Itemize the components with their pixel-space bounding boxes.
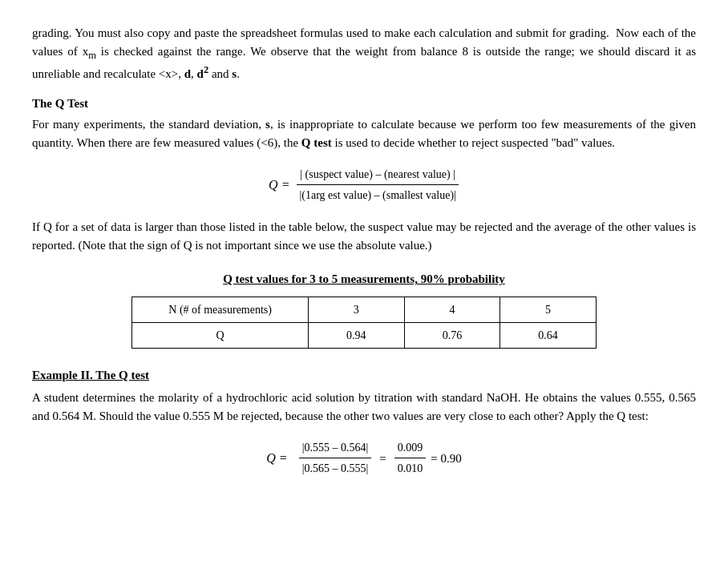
example-formula-container: Q = |0.555 – 0.564| |0.565 – 0.555| = 0.…: [32, 439, 696, 477]
table-header-row: N (# of measurements) 3 4 5: [132, 297, 597, 322]
table-cell-header-4: 4: [404, 297, 500, 322]
example-fraction1: |0.555 – 0.564| |0.565 – 0.555|: [299, 439, 372, 477]
example-section: Example II. The Q test A student determi…: [32, 366, 696, 478]
example-fraction2: 0.009 0.010: [394, 439, 427, 477]
example-result: = 0.90: [431, 450, 461, 468]
example-title: Example II. The Q test: [32, 366, 696, 385]
q-numerator: | (suspect value) – (nearest value) |: [297, 166, 459, 185]
page-content: grading. You must also copy and paste th…: [32, 24, 696, 477]
table-cell-header-label: N (# of measurements): [132, 297, 309, 322]
intro-text: grading. You must also copy and paste th…: [32, 26, 696, 80]
q-denominator: |(1arg est value) – (smallest value)|: [296, 185, 459, 204]
q-test-section: The Q Test For many experiments, the sta…: [32, 95, 696, 152]
table-cell-q-3: 0.94: [309, 322, 405, 348]
table-cell-q-4: 0.76: [404, 322, 500, 348]
table-cell-q-label: Q: [132, 322, 309, 348]
q-label: Q =: [269, 176, 289, 195]
q-test-paragraph1: For many experiments, the standard devia…: [32, 118, 696, 149]
example-denominator2: 0.010: [394, 458, 427, 477]
example-q-label: Q =: [266, 449, 287, 468]
q-formula-container: Q = | (suspect value) – (nearest value) …: [32, 166, 696, 204]
table-cell-header-3: 3: [309, 297, 405, 322]
table-cell-q-5: 0.64: [500, 322, 597, 348]
intro-paragraph: grading. You must also copy and paste th…: [32, 24, 696, 83]
table-cell-header-5: 5: [500, 297, 597, 322]
q-test-title: The Q Test: [32, 95, 696, 113]
equals-sign-1: =: [379, 450, 386, 468]
example-numerator2: 0.009: [394, 439, 427, 458]
q-table: N (# of measurements) 3 4 5 Q 0.94 0.76 …: [131, 297, 597, 349]
q-fraction: | (suspect value) – (nearest value) | |(…: [296, 166, 459, 204]
example-numerator1: |0.555 – 0.564|: [299, 439, 372, 458]
example-denominator1: |0.565 – 0.555|: [299, 458, 372, 477]
table-data-row: Q 0.94 0.76 0.64: [132, 322, 597, 348]
example-paragraph: A student determines the molarity of a h…: [32, 389, 696, 425]
q-test-paragraph2: If Q for a set of data is larger than th…: [32, 218, 696, 254]
table-title: Q test values for 3 to 5 measurements, 9…: [32, 270, 696, 288]
